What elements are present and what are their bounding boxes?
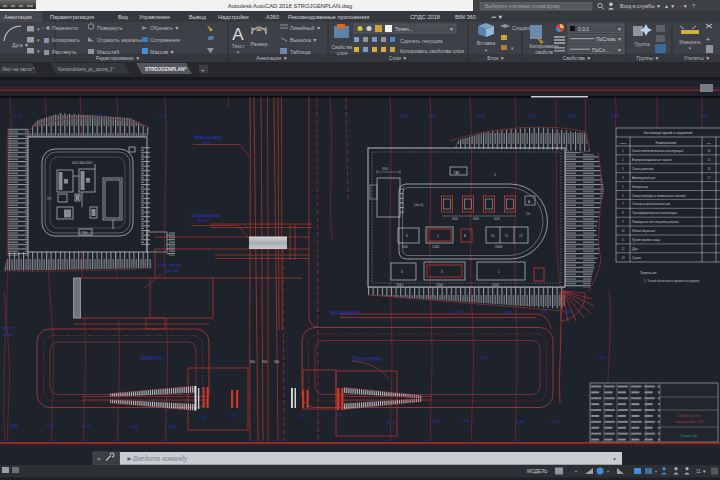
svg-text:Свойства: Свойства (331, 44, 352, 50)
svg-text:Сб: Сб (526, 212, 530, 216)
svg-text:Редактирование ▼: Редактирование ▼ (96, 55, 140, 61)
svg-text:Группы ▼: Группы ▼ (637, 55, 660, 61)
svg-text:24000: 24000 (492, 283, 500, 287)
svg-text:Слои ▼: Слои ▼ (389, 55, 408, 61)
svg-text:Параметризация: Параметризация (50, 14, 94, 20)
svg-text:Вывод: Вывод (189, 14, 207, 20)
svg-text:13.70: 13.70 (551, 420, 559, 424)
svg-text:▼: ▼ (617, 36, 622, 42)
svg-text:▼: ▼ (36, 27, 40, 32)
svg-text:16: 16 (708, 167, 711, 171)
svg-text:Примечание:: Примечание: (640, 271, 658, 275)
svg-text:Линейный ▼: Линейный ▼ (290, 25, 321, 31)
svg-text:►: ► (126, 455, 133, 462)
svg-text:▼: ▼ (574, 469, 578, 474)
svg-text:ГАЗ: ГАЗ (454, 171, 460, 175)
svg-text:Формат А1: Формат А1 (680, 434, 697, 438)
svg-text:A360: A360 (266, 14, 279, 20)
svg-text:14.22: 14.22 (480, 356, 488, 360)
svg-text:▼: ▼ (36, 38, 40, 43)
svg-text:6000: 6000 (473, 217, 479, 221)
svg-text:А: А (528, 200, 530, 204)
svg-text:13.80: 13.80 (516, 420, 524, 424)
svg-text:STROJGENPLAN*: STROJGENPLAN* (145, 67, 186, 72)
svg-text:15.10: 15.10 (159, 114, 167, 118)
svg-text:300: 300 (274, 360, 279, 364)
svg-text:Сопряжение: Сопряжение (150, 37, 180, 43)
svg-text:Текст: Текст (232, 43, 245, 49)
svg-text:Точеч...: Точеч... (395, 26, 413, 32)
svg-text:13.90: 13.90 (462, 419, 470, 423)
svg-text:17: 17 (708, 176, 711, 180)
svg-text:Площадка №2: Площадка №2 (140, 355, 162, 359)
svg-text:1.50: 1.50 (336, 413, 342, 417)
svg-text:СПДС 2018: СПДС 2018 (410, 14, 440, 20)
svg-text:11 ▼: 11 ▼ (696, 469, 707, 474)
svg-text:6000: 6000 (494, 217, 500, 221)
svg-text:14.80: 14.80 (400, 114, 408, 118)
svg-text:13.85: 13.85 (540, 310, 548, 314)
svg-text:Слесарно-механический цех: Слесарно-механический цех (632, 202, 671, 206)
svg-text:▼: ▼ (617, 47, 622, 53)
svg-text:18000: 18000 (396, 283, 404, 287)
svg-text:14.35: 14.35 (611, 114, 619, 118)
svg-text:BIM 360: BIM 360 (455, 14, 476, 20)
svg-text:Арматурный цех: Арматурный цех (631, 176, 656, 180)
svg-text:12: 12 (622, 247, 625, 251)
svg-text:▼: ▼ (484, 48, 488, 53)
svg-text:12: 12 (519, 234, 523, 238)
svg-text:14.70: 14.70 (46, 424, 54, 428)
svg-text:1.50: 1.50 (199, 415, 205, 419)
svg-text:1. Точкой обозначены временные: 1. Точкой обозначены временные дороги (644, 279, 700, 283)
svg-text:ПоСл...: ПоСл... (592, 47, 609, 53)
svg-text:▼: ▼ (36, 49, 40, 54)
svg-text:Надстройки: Надстройки (218, 14, 249, 20)
svg-text:14: 14 (708, 149, 711, 153)
svg-text:▼: ▼ (236, 50, 240, 55)
svg-text:Сделать текущим: Сделать текущим (400, 38, 443, 44)
svg-text:300: 300 (262, 360, 267, 364)
svg-text:▫: ▫ (47, 205, 48, 209)
svg-text:МОДЕЛЬ: МОДЕЛЬ (527, 469, 547, 474)
svg-text:13.90: 13.90 (504, 311, 512, 315)
svg-text:+: + (706, 36, 710, 43)
svg-text:Лист на части *: Лист на части * (2, 67, 35, 72)
svg-text:15: 15 (708, 158, 711, 162)
svg-text:Б: Б (464, 234, 466, 238)
svg-text:Пункт приема пищи: Пункт приема пищи (632, 238, 660, 242)
svg-text:Растянуть: Растянуть (52, 49, 77, 55)
svg-text:14.40: 14.40 (568, 114, 576, 118)
svg-text:Аннотации ▼: Аннотации ▼ (256, 55, 287, 61)
svg-text:Утилиты ▼: Утилиты ▼ (684, 55, 710, 61)
svg-text:Склад железобетонных конструкц: Склад железобетонных конструкций (632, 149, 683, 153)
svg-text:15.25: 15.25 (95, 114, 103, 118)
svg-text:6000: 6000 (452, 217, 458, 221)
svg-text:▼: ▼ (606, 469, 610, 474)
svg-text:Компрессор: Компрессор (632, 185, 649, 189)
svg-text:Массив ▼: Массив ▼ (150, 49, 175, 55)
svg-text:14.15: 14.15 (598, 356, 606, 360)
svg-text:13.80: 13.80 (565, 310, 573, 314)
svg-text:Масштаб: Масштаб (97, 49, 119, 55)
svg-text:Свойства ▼: Свойства ▼ (563, 55, 591, 61)
svg-text:Стройгенплан: Стройгенплан (677, 414, 702, 418)
svg-text:12000: 12000 (432, 245, 440, 249)
svg-text:13.95: 13.95 (432, 420, 440, 424)
svg-text:300: 300 (250, 360, 255, 364)
svg-text:Внутриплощадочные дороги: Внутриплощадочные дороги (632, 158, 672, 162)
svg-text:Дуга ▼: Дуга ▼ (12, 42, 29, 48)
svg-text:Отразить зеркально: Отразить зеркально (97, 37, 146, 43)
svg-text:14.20: 14.20 (700, 114, 708, 118)
svg-text:Врем. дорога В=6м: Врем. дорога В=6м (330, 310, 359, 314)
svg-text:Обрезать ▼: Обрезать ▼ (150, 25, 179, 31)
svg-text:4500: 4500 (382, 167, 389, 171)
svg-text:Измерить: Измерить (679, 40, 701, 45)
svg-text:Вставка: Вставка (477, 40, 496, 46)
svg-text:ПоСлою: ПоСлою (596, 36, 616, 42)
svg-text:14.55: 14.55 (83, 425, 91, 429)
svg-text:Помещение для обогрева рабочих: Помещение для обогрева рабочих (632, 220, 679, 224)
svg-text:▼: ▼ (612, 456, 617, 462)
svg-text:Вход в службы ▼: Вход в службы ▼ (620, 3, 661, 9)
svg-text:Аннотации: Аннотации (4, 14, 32, 20)
svg-text:совмещенный с ПОС: совмещенный с ПОС (674, 420, 704, 424)
